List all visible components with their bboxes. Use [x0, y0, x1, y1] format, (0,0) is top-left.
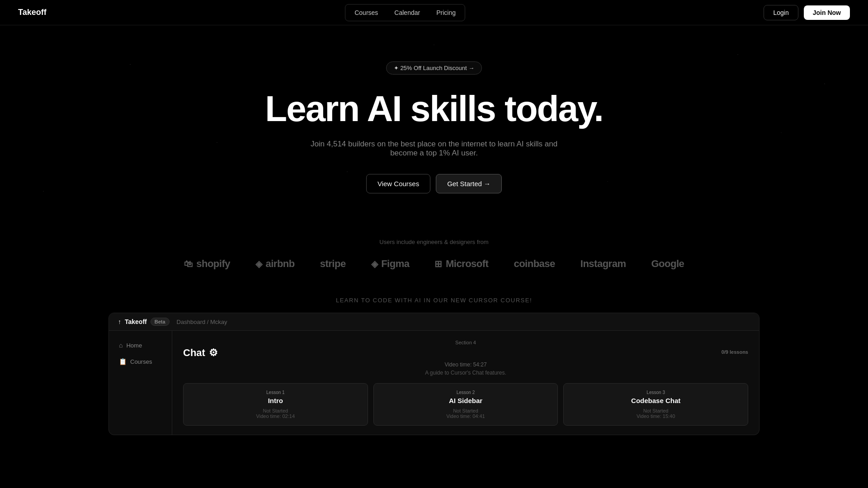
lesson-card-1[interactable]: Lesson 2 AI Sidebar Not Started Video ti…	[373, 383, 558, 426]
lesson-tag-2: Lesson 3	[570, 390, 741, 395]
nav-link-pricing[interactable]: Pricing	[429, 6, 463, 19]
discount-badge[interactable]: ✦ 25% Off Launch Discount →	[386, 61, 482, 75]
nav-link-courses[interactable]: Courses	[347, 6, 385, 19]
logos-section: Users include engineers & designers from…	[0, 221, 868, 297]
lessons-grid: Lesson 1 Intro Not Started Video time: 0…	[183, 383, 748, 426]
lesson-time-2: Video time: 15:40	[570, 413, 741, 419]
join-now-button[interactable]: Join Now	[804, 5, 850, 20]
breadcrumb: Dashboard / Mckay	[177, 319, 227, 325]
logos-label: Users include engineers & designers from	[18, 239, 850, 245]
logo-shopify: 🛍 shopify	[184, 258, 230, 270]
course-video-time: Video time: 54:27	[183, 361, 748, 368]
section-label: Section 4	[183, 340, 748, 345]
progress-label: 0/9 lessons	[722, 349, 748, 355]
lesson-name-1: AI Sidebar	[380, 397, 552, 404]
logo-figma: ◈ Figma	[371, 258, 410, 270]
dashboard-body: ⌂ Home 📋 Courses Section 4 Chat ⚙ 0/9 le…	[109, 331, 759, 435]
hero-cta: View Courses Get Started →	[366, 174, 502, 193]
logo-stripe: stripe	[320, 258, 346, 270]
logo-instagram: Instagram	[580, 258, 626, 270]
lesson-time-0: Video time: 02:14	[190, 413, 361, 419]
logos-track: 🛍 shopify ◈ airbnb stripe ◈ Figma ⊞ Micr…	[18, 258, 850, 270]
lesson-card-0[interactable]: Lesson 1 Intro Not Started Video time: 0…	[183, 383, 368, 426]
dashboard-preview: ↑ Takeoff Beta Dashboard / Mckay ⌂ Home …	[108, 313, 760, 435]
lesson-tag-0: Lesson 1	[190, 390, 361, 395]
promo-label: LEARN TO CODE WITH AI IN OUR NEW CURSOR …	[18, 297, 850, 304]
hero-subtitle: Join 4,514 builders on the best place on…	[298, 140, 570, 158]
beta-badge: Beta	[151, 318, 170, 326]
course-icon: ⚙	[209, 347, 218, 359]
lesson-tag-1: Lesson 2	[380, 390, 552, 395]
airbnb-icon: ◈	[255, 258, 262, 269]
hero-title: Learn AI skills today.	[265, 89, 603, 129]
lesson-status-2: Not Started	[570, 408, 741, 413]
sidebar-item-courses[interactable]: 📋 Courses	[114, 354, 166, 369]
logo-microsoft: ⊞ Microsoft	[434, 258, 488, 270]
logo-airbnb: ◈ airbnb	[255, 258, 295, 270]
nav-actions: Login Join Now	[764, 5, 850, 20]
logo-coinbase: coinbase	[514, 258, 555, 270]
logo-google: Google	[651, 258, 684, 270]
nav-links: Courses Calendar Pricing	[345, 4, 465, 21]
dashboard-header: ↑ Takeoff Beta Dashboard / Mckay	[109, 313, 759, 331]
shopify-icon: 🛍	[184, 259, 193, 269]
dashboard-main: Section 4 Chat ⚙ 0/9 lessons Video time:…	[172, 331, 759, 435]
promo-section: LEARN TO CODE WITH AI IN OUR NEW CURSOR …	[0, 297, 868, 462]
hero-section: ✦ 25% Off Launch Discount → Learn AI ski…	[0, 25, 868, 221]
dashboard-logo-icon: ↑	[118, 318, 121, 325]
dashboard-sidebar: ⌂ Home 📋 Courses	[109, 331, 172, 435]
get-started-button[interactable]: Get Started →	[436, 174, 502, 193]
lesson-card-2[interactable]: Lesson 3 Codebase Chat Not Started Video…	[563, 383, 748, 426]
nav-logo: Takeoff	[18, 8, 47, 17]
login-button[interactable]: Login	[764, 5, 798, 20]
lesson-status-0: Not Started	[190, 408, 361, 413]
figma-icon: ◈	[371, 258, 378, 269]
microsoft-icon: ⊞	[434, 258, 442, 269]
view-courses-button[interactable]: View Courses	[366, 174, 430, 193]
courses-icon: 📋	[119, 358, 127, 365]
lesson-name-2: Codebase Chat	[570, 397, 741, 404]
home-icon: ⌂	[119, 342, 123, 349]
nav-link-calendar[interactable]: Calendar	[387, 6, 427, 19]
logos-track-wrapper: 🛍 shopify ◈ airbnb stripe ◈ Figma ⊞ Micr…	[18, 258, 850, 270]
lesson-status-1: Not Started	[380, 408, 552, 413]
dashboard-logo: ↑ Takeoff Beta	[118, 318, 170, 326]
navbar: Takeoff Courses Calendar Pricing Login J…	[0, 0, 868, 25]
course-title: Chat ⚙ 0/9 lessons	[183, 347, 748, 359]
course-description: A guide to Cursor's Chat features.	[183, 370, 748, 376]
lesson-time-1: Video time: 04:41	[380, 413, 552, 419]
sidebar-item-home[interactable]: ⌂ Home	[114, 338, 166, 352]
lesson-name-0: Intro	[190, 397, 361, 404]
